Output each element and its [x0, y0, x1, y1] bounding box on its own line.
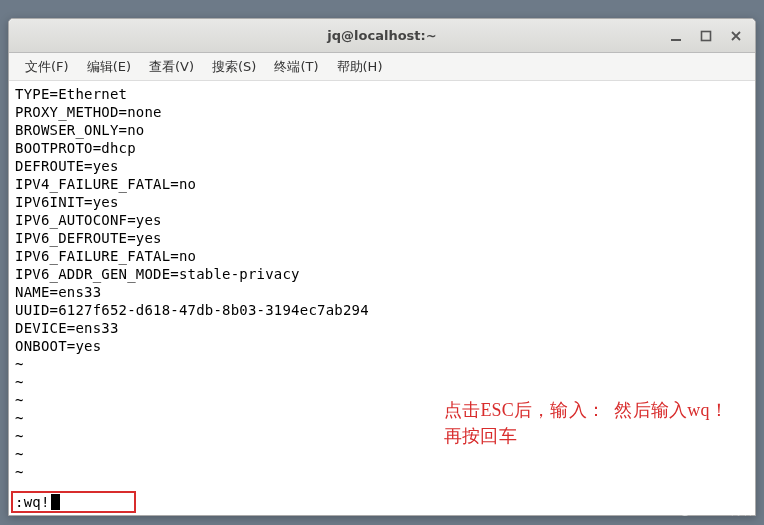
vim-command-text: :wq!	[15, 493, 50, 511]
config-line: IPV6_ADDR_GEN_MODE=stable-privacy	[15, 265, 749, 283]
window-title: jq@localhost:~	[327, 28, 436, 43]
menu-edit[interactable]: 编辑(E)	[79, 55, 139, 79]
menu-view[interactable]: 查看(V)	[141, 55, 202, 79]
config-line: IPV6_DEFROUTE=yes	[15, 229, 749, 247]
vim-command-box[interactable]: :wq!	[11, 491, 136, 513]
maximize-button[interactable]	[693, 25, 719, 47]
config-line: TYPE=Ethernet	[15, 85, 749, 103]
close-icon	[730, 30, 742, 42]
config-line: BROWSER_ONLY=no	[15, 121, 749, 139]
config-line: UUID=6127f652-d618-47db-8b03-3194ec7ab29…	[15, 301, 749, 319]
svg-rect-0	[671, 39, 681, 41]
config-line: DEFROUTE=yes	[15, 157, 749, 175]
watermark: @51CTO博客	[679, 502, 754, 519]
tilde-line: ~	[15, 373, 749, 391]
menu-terminal[interactable]: 终端(T)	[266, 55, 326, 79]
maximize-icon	[700, 30, 712, 42]
config-line: IPV6_FAILURE_FATAL=no	[15, 247, 749, 265]
menu-file[interactable]: 文件(F)	[17, 55, 77, 79]
file-content: TYPE=EthernetPROXY_METHOD=noneBROWSER_ON…	[15, 85, 749, 355]
config-line: ONBOOT=yes	[15, 337, 749, 355]
config-line: NAME=ens33	[15, 283, 749, 301]
svg-rect-1	[702, 31, 711, 40]
minimize-button[interactable]	[663, 25, 689, 47]
tilde-line: ~	[15, 463, 749, 481]
titlebar[interactable]: jq@localhost:~	[9, 19, 755, 53]
terminal-window: jq@localhost:~ 文件(F) 编辑(E) 查看(V) 搜索(S) 终…	[8, 18, 756, 516]
tilde-line: ~	[15, 355, 749, 373]
menu-search[interactable]: 搜索(S)	[204, 55, 264, 79]
config-line: DEVICE=ens33	[15, 319, 749, 337]
config-line: PROXY_METHOD=none	[15, 103, 749, 121]
annotation-text: 点击ESC后，输入： 然后输入wq！ 再按回车	[444, 397, 728, 449]
cursor-icon	[51, 494, 60, 510]
window-controls	[663, 19, 749, 52]
config-line: IPV6INIT=yes	[15, 193, 749, 211]
menubar: 文件(F) 编辑(E) 查看(V) 搜索(S) 终端(T) 帮助(H)	[9, 53, 755, 81]
minimize-icon	[670, 30, 682, 42]
config-line: BOOTPROTO=dhcp	[15, 139, 749, 157]
config-line: IPV6_AUTOCONF=yes	[15, 211, 749, 229]
close-button[interactable]	[723, 25, 749, 47]
config-line: IPV4_FAILURE_FATAL=no	[15, 175, 749, 193]
menu-help[interactable]: 帮助(H)	[329, 55, 391, 79]
terminal-viewport[interactable]: TYPE=EthernetPROXY_METHOD=noneBROWSER_ON…	[9, 81, 755, 515]
